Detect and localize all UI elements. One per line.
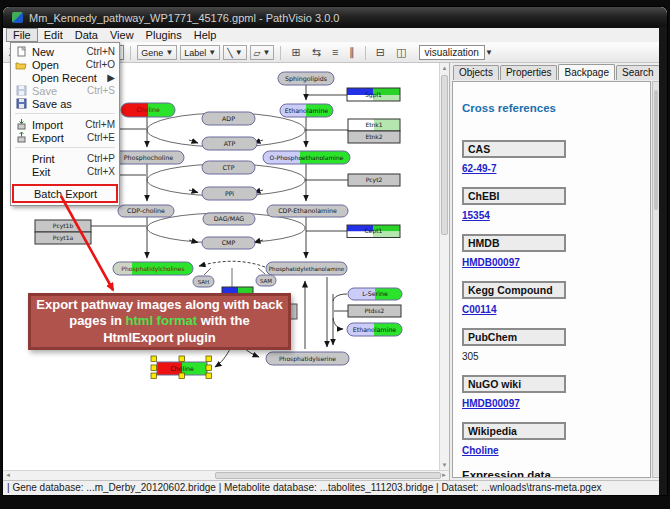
- canvas-vertical-scrollbar[interactable]: ▲ ▼: [439, 63, 449, 470]
- submenu-arrow-icon: ▶: [107, 72, 115, 83]
- pathway-node-cmp[interactable]: CMP: [202, 237, 255, 249]
- xref-source-name: HMDB: [462, 234, 566, 252]
- pathway-node-ctp[interactable]: CTP: [202, 161, 255, 174]
- svg-text:CDP-Ethanolamine: CDP-Ethanolamine: [278, 207, 337, 214]
- pathway-node-sam[interactable]: SAM: [256, 275, 276, 286]
- xref-link[interactable]: HMDB00097: [462, 257, 641, 268]
- label-tool-label: Label: [184, 48, 206, 58]
- gene-tool-button[interactable]: Gene ▼: [137, 45, 177, 60]
- pathway-node-sphingolipids[interactable]: Sphingolipids: [278, 72, 334, 85]
- window-title: Mm_Kennedy_pathway_WP1771_45176.gpml - P…: [29, 12, 339, 24]
- menu-file[interactable]: File: [6, 28, 38, 42]
- pathway-node-o-phosphoethanolamine[interactable]: O-Phosphoethanolamine: [263, 151, 350, 164]
- scroll-right-icon[interactable]: ►: [441, 472, 447, 478]
- pathway-node-phosphatidylserine[interactable]: Phosphatidylserine: [266, 352, 349, 365]
- pathway-node-cdp-ethanolamine[interactable]: CDP-Ethanolamine: [267, 205, 348, 217]
- pathway-node-ethanolamine-bottom[interactable]: Ethanolamine: [347, 323, 402, 336]
- canvas-horizontal-scrollbar[interactable]: ◄ ►: [3, 470, 449, 480]
- menu-help[interactable]: Help: [188, 28, 223, 42]
- xref-link[interactable]: HMDB00097: [462, 398, 641, 409]
- pathway-node-phosphatidylethanolamine[interactable]: Phosphatidylethanolamine: [266, 262, 347, 275]
- pathway-node-phosphatidylcholines[interactable]: Phosphatidylcholines: [113, 262, 193, 275]
- vertical-scroll-thumb[interactable]: [441, 75, 448, 235]
- svg-text:Etnk2: Etnk2: [365, 133, 382, 140]
- svg-text:DAG/MAG: DAG/MAG: [214, 215, 245, 222]
- pathway-node-adp[interactable]: ADP: [202, 112, 255, 125]
- menu-item-open-recent[interactable]: Open Recent ▶: [12, 71, 118, 84]
- svg-text:SAH: SAH: [198, 279, 210, 285]
- shape-tool-button[interactable]: ▱ ▼: [250, 45, 275, 60]
- xref-link[interactable]: C00114: [462, 304, 641, 315]
- pathway-node-choline-top[interactable]: Choline: [121, 103, 175, 117]
- pathway-node-l-serine[interactable]: L-Serine: [348, 288, 402, 300]
- scroll-down-icon[interactable]: ▼: [440, 460, 449, 470]
- panel-scroll-thumb[interactable]: [654, 90, 658, 210]
- toolbar-separator: [130, 46, 131, 60]
- svg-text:Ptdss2: Ptdss2: [365, 307, 385, 314]
- menu-item-batch-export[interactable]: Batch Export: [14, 186, 116, 201]
- menu-data[interactable]: Data: [69, 28, 104, 42]
- menu-item-save-as[interactable]: Save as: [12, 97, 118, 110]
- visualization-combo[interactable]: visualization ▼: [419, 45, 485, 60]
- pathway-node-sah[interactable]: SAH: [193, 276, 214, 287]
- svg-text:PPi: PPi: [225, 190, 234, 197]
- menu-separator: [15, 147, 115, 148]
- svg-text:CMP: CMP: [222, 239, 236, 246]
- pathway-node-cdp-choline[interactable]: CDP-choline: [118, 205, 174, 217]
- horizontal-scroll-thumb[interactable]: [215, 472, 441, 479]
- align-center-icon[interactable]: ⊞: [287, 45, 304, 60]
- gene-box-pcyt1b[interactable]: Pcyt1b: [35, 220, 91, 232]
- menu-item-import[interactable]: Import Ctrl+M: [12, 118, 118, 131]
- xref-link[interactable]: 62-49-7: [462, 163, 641, 174]
- menu-item-exit[interactable]: Exit Ctrl+X: [12, 165, 118, 178]
- window-right-border: [659, 27, 667, 495]
- pathway-node-atp[interactable]: ATP: [202, 137, 257, 150]
- stack-horizontal-icon[interactable]: ⊟: [372, 45, 389, 60]
- gene-box-pcyt1a[interactable]: Pcyt1a: [35, 232, 91, 244]
- chevron-down-icon: ▼: [485, 48, 493, 57]
- pathway-node-choline-selected[interactable]: Choline: [151, 356, 212, 379]
- pathway-node-phosphocholine[interactable]: Phosphocholine: [113, 151, 184, 164]
- gene-box-sgpl1[interactable]: Sgpl1: [347, 88, 400, 101]
- svg-text:ATP: ATP: [224, 140, 236, 147]
- xref-link[interactable]: 15354: [462, 210, 641, 221]
- menu-item-export[interactable]: Export Ctrl+E: [12, 131, 118, 144]
- label-tool-button[interactable]: Label ▼: [180, 45, 220, 60]
- line-tool-button[interactable]: ╲ ▼: [223, 45, 246, 60]
- app-icon: [12, 12, 23, 23]
- menu-item-new[interactable]: New Ctrl+N: [12, 45, 118, 58]
- gene-box-cept1[interactable]: Cept1: [347, 225, 400, 238]
- tab-objects[interactable]: Objects: [453, 65, 499, 80]
- svg-text:CDP-choline: CDP-choline: [127, 207, 165, 214]
- gene-box-pcyt2[interactable]: Pcyt2: [348, 174, 400, 186]
- pathway-node-dag-mag[interactable]: DAG/MAG: [203, 213, 255, 225]
- xref-source-name: Kegg Compound: [462, 281, 566, 299]
- xref-link[interactable]: Choline: [462, 445, 641, 456]
- xref-section-chebi: ChEBI 15354: [462, 187, 641, 221]
- gene-box-etnk1[interactable]: Etnk1: [348, 119, 400, 131]
- scroll-up-icon[interactable]: ▲: [440, 63, 449, 73]
- distribute-horizontal-icon[interactable]: ≡: [328, 45, 342, 60]
- pathway-node-ppi[interactable]: PPi: [202, 187, 257, 200]
- pathway-node-ethanolamine-top[interactable]: Ethanolamine: [280, 104, 333, 117]
- gene-box-ptdss2[interactable]: Ptdss2: [348, 305, 401, 317]
- stack-vertical-icon[interactable]: ◫: [392, 45, 410, 60]
- scroll-left-icon[interactable]: ◄: [5, 472, 11, 478]
- tab-search[interactable]: Search: [616, 65, 660, 80]
- annotation-callout: Export pathway images along with back pa…: [28, 293, 291, 350]
- menu-item-save[interactable]: Save Ctrl+S: [12, 84, 118, 97]
- title-bar[interactable]: Mm_Kennedy_pathway_WP1771_45176.gpml - P…: [3, 7, 667, 28]
- align-middle-icon[interactable]: ⇆: [308, 45, 325, 60]
- menu-edit[interactable]: Edit: [38, 28, 69, 42]
- svg-text:Pcyt2: Pcyt2: [366, 176, 383, 184]
- tab-properties[interactable]: Properties: [500, 65, 558, 80]
- svg-text:Ethanolamine: Ethanolamine: [353, 326, 397, 333]
- menu-item-print[interactable]: Print Ctrl+P: [12, 152, 118, 165]
- menu-plugins[interactable]: Plugins: [140, 28, 188, 42]
- annotation-line3: HtmlExport plugin: [31, 330, 288, 346]
- menu-view[interactable]: View: [104, 28, 140, 42]
- menu-item-open[interactable]: Open Ctrl+O: [12, 58, 118, 71]
- distribute-vertical-icon[interactable]: ∥: [345, 45, 359, 60]
- gene-box-etnk2[interactable]: Etnk2: [348, 131, 400, 143]
- tab-backpage[interactable]: Backpage: [558, 64, 614, 80]
